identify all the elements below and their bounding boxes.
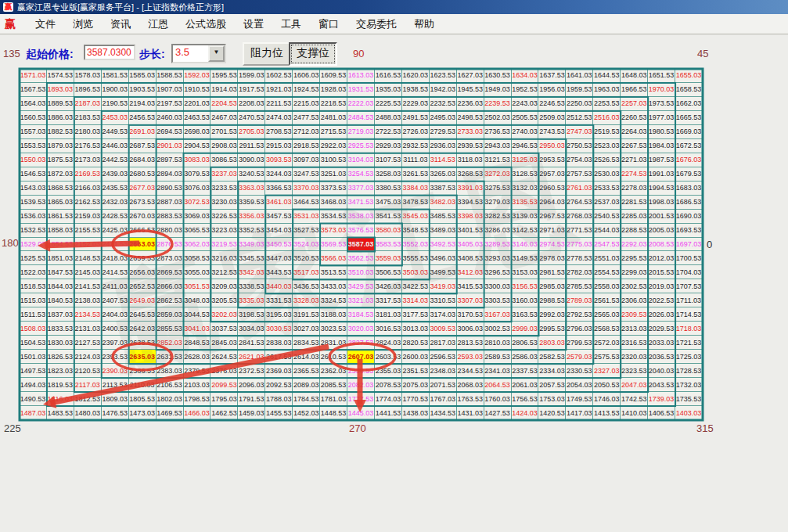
grid-cell-6-1: 1875.53 — [47, 153, 74, 167]
grid-cell-0-11: 1609.53 — [320, 69, 347, 83]
menu-item-8[interactable]: 交易委托 — [356, 18, 397, 30]
grid-cell-9-7: 3230.03 — [210, 196, 238, 210]
grid-cell-4-9: 2708.53 — [265, 125, 293, 139]
menu-item-7[interactable]: 窗口 — [318, 18, 339, 30]
grid-cell-23-9: 1788.03 — [265, 392, 293, 406]
grid-cell-9-13: 3475.03 — [375, 196, 402, 210]
grid-cell-19-22: 2316.53 — [621, 336, 648, 350]
grid-cell-5-3: 2446.03 — [102, 139, 129, 153]
grid-cell-20-9: 2617.53 — [265, 350, 293, 364]
grid-cell-14-6: 3055.03 — [184, 265, 211, 279]
grid-cell-9-0: 1539.53 — [20, 196, 47, 210]
grid-cell-19-4: 2638.53 — [129, 336, 157, 350]
grid-cell-10-24: 1690.03 — [675, 210, 703, 224]
grid-cell-19-12: 2827.53 — [347, 336, 375, 350]
grid-cell-22-18: 2061.03 — [512, 378, 539, 392]
grid-cell-7-6: 3079.53 — [184, 167, 211, 182]
menu-bar-items: 文件浏览资讯江恩公式选股设置工具窗口交易委托帮助 — [27, 17, 443, 31]
grid-cell-12-13: 3583.53 — [375, 238, 402, 252]
grid-cell-23-4: 1805.53 — [129, 392, 157, 406]
grid-cell-2-22: 2257.03 — [621, 97, 648, 111]
grid-cell-23-13: 1774.03 — [375, 392, 402, 406]
grid-cell-10-0: 1536.03 — [20, 210, 47, 224]
grid-cell-24-23: 1406.53 — [648, 406, 675, 420]
grid-cell-1-18: 1952.53 — [512, 83, 539, 97]
grid-cell-20-10: 2614.03 — [293, 350, 320, 364]
chevron-down-icon[interactable]: ▼ — [208, 45, 225, 62]
grid-cell-3-10: 2477.53 — [293, 111, 320, 125]
grid-cell-8-10: 3370.03 — [293, 182, 320, 196]
grid-cell-11-0: 1532.53 — [20, 224, 47, 238]
grid-cell-24-5: 1469.53 — [157, 406, 184, 420]
grid-cell-23-16: 1763.53 — [457, 392, 484, 406]
grid-cell-3-0: 1560.53 — [20, 111, 47, 125]
step-select[interactable]: 3.5 ▼ — [171, 44, 226, 63]
gann-square-grid: 1571.031574.531578.031581.531585.031588.… — [20, 69, 703, 420]
menu-item-0[interactable]: 文件 — [35, 18, 56, 30]
menu-item-5[interactable]: 设置 — [243, 18, 264, 30]
grid-cell-15-13: 3426.03 — [375, 279, 402, 293]
menu-item-6[interactable]: 工具 — [281, 18, 301, 30]
grid-cell-23-8: 1791.53 — [238, 392, 265, 406]
grid-cell-5-12: 2925.53 — [347, 139, 375, 153]
menu-item-3[interactable]: 江恩 — [148, 18, 168, 30]
grid-cell-11-3: 2425.03 — [102, 224, 129, 238]
grid-cell-20-12: 2607.03 — [347, 350, 375, 364]
grid-cell-5-18: 2946.53 — [512, 139, 539, 153]
grid-cell-3-24: 1665.53 — [675, 111, 703, 125]
grid-cell-2-19: 2246.53 — [538, 97, 566, 111]
grid-cell-4-7: 2701.53 — [210, 125, 238, 139]
grid-cell-0-7: 1595.53 — [210, 69, 238, 83]
grid-cell-12-4: 2663.03 — [129, 238, 157, 252]
grid-cell-18-8: 3034.03 — [238, 322, 265, 336]
grid-cell-5-6: 2904.53 — [184, 139, 211, 153]
grid-cell-8-0: 1543.03 — [20, 182, 47, 196]
grid-cell-12-11: 3569.53 — [320, 238, 347, 252]
grid-cell-21-4: 2386.53 — [129, 364, 157, 378]
grid-cell-18-23: 2029.53 — [648, 322, 675, 336]
grid-cell-9-16: 3394.53 — [457, 196, 484, 210]
grid-cell-4-5: 2694.53 — [157, 125, 184, 139]
grid-cell-21-17: 2341.03 — [484, 364, 512, 378]
menu-item-1[interactable]: 浏览 — [73, 18, 93, 30]
grid-cell-1-11: 1928.03 — [320, 83, 347, 97]
grid-cell-3-2: 2183.53 — [74, 111, 102, 125]
start-price-input[interactable] — [84, 45, 135, 60]
menu-item-9[interactable]: 帮助 — [414, 18, 434, 30]
grid-cell-7-8: 3240.53 — [238, 167, 265, 182]
grid-cell-21-5: 2383.03 — [157, 364, 184, 378]
grid-cell-18-9: 3030.53 — [265, 322, 293, 336]
grid-cell-22-20: 2054.03 — [566, 378, 593, 392]
grid-cell-2-11: 2218.53 — [320, 97, 347, 111]
grid-cell-0-1: 1574.53 — [47, 69, 74, 83]
grid-cell-23-23: 1739.03 — [648, 392, 675, 406]
grid-cell-18-12: 3020.03 — [347, 322, 375, 336]
grid-cell-16-14: 3314.03 — [402, 293, 430, 307]
grid-cell-4-13: 2722.53 — [375, 125, 402, 139]
grid-cell-17-20: 2792.53 — [566, 307, 593, 322]
grid-cell-13-24: 1700.53 — [675, 251, 703, 265]
grid-cell-20-19: 2582.53 — [538, 350, 566, 364]
menu-item-4[interactable]: 公式选股 — [185, 18, 226, 30]
grid-cell-12-3: 2421.53 — [102, 238, 129, 252]
grid-cell-18-1: 1833.53 — [47, 322, 74, 336]
grid-cell-10-23: 2001.53 — [648, 210, 675, 224]
resistance-button[interactable]: 阻力位 — [243, 42, 291, 66]
grid-cell-7-22: 2274.53 — [621, 167, 648, 182]
grid-cell-4-16: 2733.03 — [457, 125, 484, 139]
start-price-label: 起始价格: — [26, 48, 74, 62]
support-button[interactable]: 支撑位 — [289, 42, 337, 66]
grid-cell-22-7: 2099.53 — [210, 378, 238, 392]
grid-cell-7-11: 3251.03 — [320, 167, 347, 182]
grid-cell-4-0: 1557.03 — [20, 125, 47, 139]
grid-cell-10-17: 3282.53 — [484, 210, 512, 224]
menu-item-2[interactable]: 资讯 — [110, 18, 131, 30]
grid-cell-13-5: 2873.03 — [157, 251, 184, 265]
grid-cell-18-5: 2855.53 — [157, 322, 184, 336]
grid-cell-12-9: 3450.53 — [265, 238, 293, 252]
grid-cell-3-11: 2481.03 — [320, 111, 347, 125]
grid-cell-0-13: 1616.53 — [375, 69, 402, 83]
angle-label-45: 45 — [697, 48, 708, 59]
grid-cell-10-9: 3457.53 — [265, 210, 293, 224]
grid-cell-2-10: 2215.03 — [293, 97, 320, 111]
